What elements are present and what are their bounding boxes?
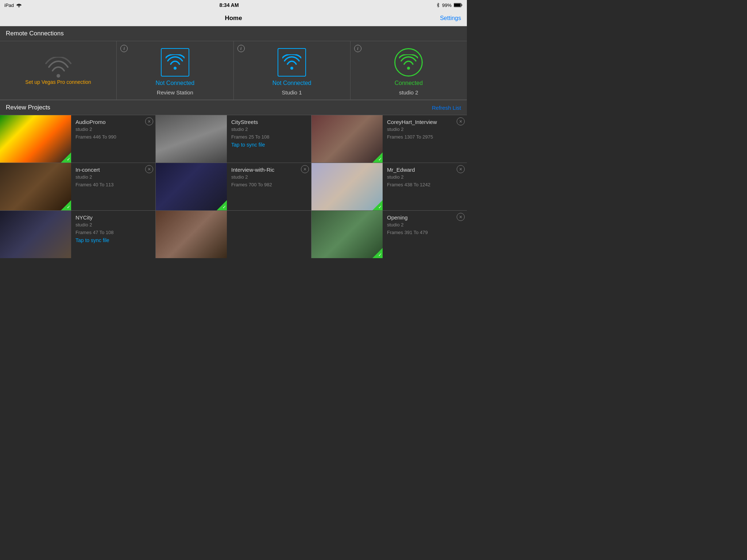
project-thumbnail-audiopromo: ✓ (0, 115, 71, 163)
project-title-audiopromo: AudioPromo (76, 119, 151, 125)
review-projects-title: Review Projects (6, 104, 50, 111)
status-time: 8:34 AM (219, 2, 239, 8)
project-card-audiopromo[interactable]: ×✓AudioPromostudio 2Frames 446 To 990 (0, 115, 155, 163)
project-card-citystreets[interactable]: CityStreetsstudio 2Frames 25 To 108Tap t… (156, 115, 311, 163)
tap-sync-citystreets[interactable]: Tap to sync file (231, 142, 307, 148)
project-title-nycity: NYCity (76, 214, 151, 221)
connection-name-1: Review Station (157, 89, 193, 96)
project-thumbnail-opening: ✓ (311, 211, 383, 258)
connection-cell-studio1[interactable]: i Not Connected Studio 1 (234, 41, 351, 100)
wifi-gray-icon (45, 57, 71, 79)
close-button-audiopromo[interactable]: × (145, 117, 153, 125)
project-frames-interviewric: Frames 700 To 982 (231, 182, 307, 187)
project-thumbnail-coreyhart: ✓ (311, 115, 383, 163)
settings-button[interactable]: Settings (440, 15, 461, 22)
project-title-mredward: Mr_Edward (387, 167, 462, 173)
close-button-coreyhart[interactable]: × (457, 117, 465, 125)
project-title-interviewric: Interview-with-Ric (231, 167, 307, 173)
wifi-not-connected-icon-1 (166, 54, 185, 70)
project-frames-inconcert: Frames 40 To 113 (76, 182, 151, 187)
close-button-mredward[interactable]: × (457, 165, 465, 173)
project-thumbnail-citystreets (156, 115, 227, 163)
connection-status-1: Not Connected (156, 80, 195, 86)
project-info-audiopromo: AudioPromostudio 2Frames 446 To 990 (71, 115, 155, 163)
project-card-nycity[interactable]: NYCitystudio 2Frames 47 To 108Tap to syn… (0, 211, 155, 258)
project-title-coreyhart: CoreyHart_Interview (387, 119, 462, 125)
project-frames-coreyhart: Frames 1307 To 2975 (387, 134, 462, 140)
svg-point-4 (57, 74, 60, 78)
project-studio-interviewric: studio 2 (231, 174, 307, 180)
project-info-hands (227, 211, 311, 258)
project-info-citystreets: CityStreetsstudio 2Frames 25 To 108Tap t… (227, 115, 311, 163)
close-button-opening[interactable]: × (457, 213, 465, 221)
project-info-mredward: Mr_Edwardstudio 2Frames 438 To 1242 (383, 163, 467, 210)
nav-title: Home (225, 15, 242, 22)
project-info-opening: Openingstudio 2Frames 391 To 479 (383, 211, 467, 258)
connection-status-3: Connected (395, 80, 423, 86)
project-thumbnail-nycity (0, 211, 71, 258)
project-card-interviewric[interactable]: ×✓Interview-with-Ricstudio 2Frames 700 T… (156, 163, 311, 210)
info-icon-1[interactable]: i (120, 45, 128, 52)
battery-icon (454, 3, 462, 7)
project-thumbnail-hands (156, 211, 227, 258)
connection-cell-review-station[interactable]: i Not Connected Review Station (117, 41, 233, 100)
project-card-mredward[interactable]: ×✓Mr_Edwardstudio 2Frames 438 To 1242 (311, 163, 467, 210)
wifi-blue-border-1 (161, 48, 189, 77)
wifi-green-circle (394, 48, 423, 77)
wifi-not-connected-icon-2 (282, 54, 301, 70)
project-studio-coreyhart: studio 2 (387, 127, 462, 132)
project-studio-nycity: studio 2 (76, 222, 151, 228)
close-button-interviewric[interactable]: × (301, 165, 309, 173)
remote-connections-area: Set up Vegas Pro connection i Not Connec… (0, 41, 467, 100)
project-title-inconcert: In-concert (76, 167, 151, 173)
project-card-hands[interactable] (156, 211, 311, 258)
project-card-opening[interactable]: ×✓Openingstudio 2Frames 391 To 479 (311, 211, 467, 258)
project-card-inconcert[interactable]: ×✓In-concertstudio 2Frames 40 To 113 (0, 163, 155, 210)
close-button-inconcert[interactable]: × (145, 165, 153, 173)
project-info-interviewric: Interview-with-Ricstudio 2Frames 700 To … (227, 163, 311, 210)
project-thumbnail-inconcert: ✓ (0, 163, 71, 210)
refresh-list-button[interactable]: Refresh List (432, 105, 461, 111)
project-thumbnail-interviewric: ✓ (156, 163, 227, 210)
connection-name-3: studio 2 (399, 89, 418, 96)
tap-sync-nycity[interactable]: Tap to sync file (76, 237, 151, 243)
project-studio-citystreets: studio 2 (231, 127, 307, 132)
connection-cell-studio2[interactable]: i Connected studio 2 (351, 41, 467, 100)
nav-bar: Home Settings (0, 10, 467, 26)
review-projects-header: Review Projects Refresh List (0, 100, 467, 115)
project-info-inconcert: In-concertstudio 2Frames 40 To 113 (71, 163, 155, 210)
wifi-connected-icon (399, 54, 418, 70)
wifi-container-3 (394, 48, 423, 77)
connection-name-2: Studio 1 (282, 89, 302, 96)
project-card-coreyhart[interactable]: ×✓CoreyHart_Interviewstudio 2Frames 1307… (311, 115, 467, 163)
project-info-nycity: NYCitystudio 2Frames 47 To 108Tap to syn… (71, 211, 155, 258)
setup-connection-cell[interactable]: Set up Vegas Pro connection (0, 41, 117, 100)
svg-point-5 (174, 67, 177, 70)
project-info-coreyhart: CoreyHart_Interviewstudio 2Frames 1307 T… (383, 115, 467, 163)
status-bar: iPad 8:34 AM 99% (0, 0, 467, 10)
svg-rect-3 (454, 4, 461, 7)
battery-percent: 99% (442, 3, 452, 8)
project-studio-inconcert: studio 2 (76, 174, 151, 180)
svg-point-0 (19, 6, 20, 7)
project-studio-opening: studio 2 (387, 222, 462, 228)
project-title-opening: Opening (387, 214, 462, 221)
svg-rect-2 (461, 4, 462, 6)
svg-point-6 (290, 67, 293, 70)
connection-status-2: Not Connected (272, 80, 311, 86)
project-frames-audiopromo: Frames 446 To 990 (76, 134, 151, 140)
wifi-container-1 (160, 48, 190, 77)
svg-point-7 (407, 67, 410, 70)
wifi-blue-border-2 (278, 48, 306, 77)
projects-grid: ×✓AudioPromostudio 2Frames 446 To 990Cit… (0, 115, 467, 258)
wifi-status-icon (16, 3, 22, 7)
ipad-label: iPad (4, 3, 14, 8)
info-icon-2[interactable]: i (237, 45, 245, 52)
wifi-container-2 (277, 48, 306, 77)
project-title-citystreets: CityStreets (231, 119, 307, 125)
setup-text[interactable]: Set up Vegas Pro connection (25, 79, 91, 86)
info-icon-3[interactable]: i (354, 45, 361, 52)
project-frames-nycity: Frames 47 To 108 (76, 230, 151, 235)
remote-connections-header: Remote Connections (0, 26, 467, 41)
project-thumbnail-mredward: ✓ (311, 163, 383, 210)
